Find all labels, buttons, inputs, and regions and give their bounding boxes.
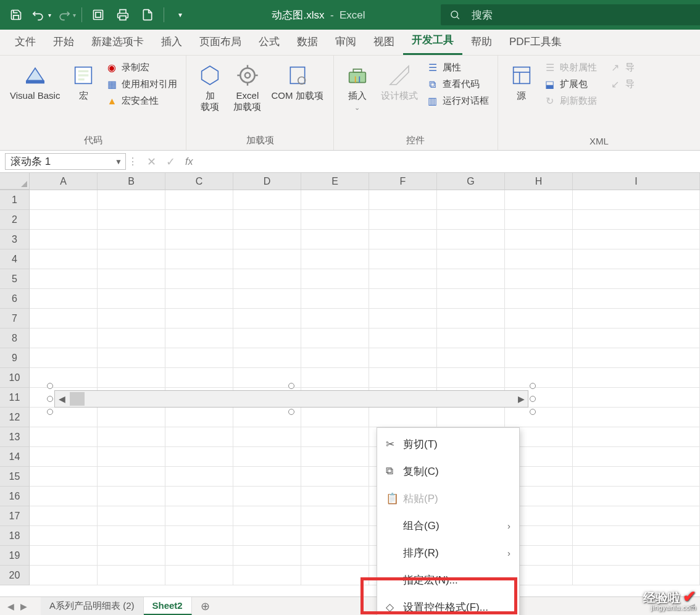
- cell[interactable]: [369, 230, 437, 249]
- tab-developer[interactable]: 开发工具: [403, 27, 462, 55]
- cell[interactable]: [233, 190, 301, 210]
- cell[interactable]: [369, 249, 437, 269]
- cell[interactable]: [165, 546, 233, 566]
- fx-icon[interactable]: fx: [185, 156, 193, 167]
- search-box[interactable]: 搜索: [441, 4, 700, 25]
- cell[interactable]: [301, 190, 369, 210]
- cell[interactable]: [98, 289, 165, 309]
- save-icon[interactable]: [5, 4, 27, 26]
- ctx-assign-macro[interactable]: 指定宏(N)...: [377, 566, 519, 593]
- ctx-copy[interactable]: ⧉复制(C): [377, 458, 519, 485]
- cell[interactable]: [573, 467, 700, 487]
- cell[interactable]: [437, 190, 505, 210]
- cell[interactable]: [505, 309, 573, 328]
- row-header[interactable]: 4: [0, 249, 30, 269]
- insert-control-button[interactable]: 插入⌄: [339, 58, 376, 116]
- cell[interactable]: [369, 210, 437, 230]
- scroll-thumb[interactable]: [70, 392, 85, 406]
- cell[interactable]: [233, 447, 301, 467]
- cell[interactable]: [505, 328, 573, 348]
- row-header[interactable]: 7: [0, 309, 30, 328]
- cell[interactable]: [301, 328, 369, 348]
- cell[interactable]: [369, 269, 437, 289]
- cell[interactable]: [505, 230, 573, 249]
- cell[interactable]: [165, 467, 233, 487]
- cell[interactable]: [30, 309, 98, 328]
- cell[interactable]: [30, 546, 98, 566]
- cell[interactable]: [98, 506, 165, 526]
- row-header[interactable]: 16: [0, 487, 30, 506]
- tab-review[interactable]: 审阅: [327, 28, 365, 55]
- cell[interactable]: [301, 487, 369, 506]
- cell[interactable]: [505, 249, 573, 269]
- cell[interactable]: [30, 190, 98, 210]
- name-box[interactable]: 滚动条 1 ▼: [5, 153, 126, 170]
- run-dialog-button[interactable]: ▥运行对话框: [423, 94, 493, 108]
- cell[interactable]: [301, 546, 369, 566]
- cell[interactable]: [30, 269, 98, 289]
- customize-qat-icon[interactable]: ▾: [169, 4, 191, 26]
- cell[interactable]: [573, 269, 700, 289]
- cell[interactable]: [573, 348, 700, 368]
- cell[interactable]: [369, 328, 437, 348]
- cell[interactable]: [30, 427, 98, 447]
- cell[interactable]: [98, 230, 165, 249]
- row-header[interactable]: 6: [0, 289, 30, 309]
- cell[interactable]: [437, 249, 505, 269]
- cell[interactable]: [98, 427, 165, 447]
- cell[interactable]: [301, 249, 369, 269]
- cell[interactable]: [165, 566, 233, 585]
- cell[interactable]: [301, 566, 369, 585]
- cell[interactable]: [30, 328, 98, 348]
- cell[interactable]: [505, 269, 573, 289]
- cell[interactable]: [573, 210, 700, 230]
- ctx-order[interactable]: 排序(R)›: [377, 539, 519, 566]
- tab-home[interactable]: 开始: [44, 28, 83, 55]
- cell[interactable]: [98, 348, 165, 368]
- cell[interactable]: [437, 230, 505, 249]
- qat-icon-3[interactable]: [136, 4, 159, 26]
- tab-file[interactable]: 文件: [6, 28, 44, 55]
- cell[interactable]: [301, 427, 369, 447]
- cell[interactable]: [165, 328, 233, 348]
- cell[interactable]: [30, 210, 98, 230]
- cell[interactable]: [98, 309, 165, 328]
- cell[interactable]: [165, 487, 233, 506]
- cell[interactable]: [30, 230, 98, 249]
- cell[interactable]: [165, 526, 233, 546]
- import-button[interactable]: ↙导: [606, 77, 638, 91]
- col-header[interactable]: B: [98, 173, 165, 190]
- tab-insert[interactable]: 插入: [152, 28, 191, 55]
- cell[interactable]: [98, 467, 165, 487]
- cell[interactable]: [233, 348, 301, 368]
- col-header[interactable]: H: [505, 173, 573, 190]
- row-header[interactable]: 3: [0, 230, 30, 249]
- cell[interactable]: [573, 566, 700, 585]
- add-sheet-button[interactable]: ⊕: [192, 600, 219, 613]
- tab-formulas[interactable]: 公式: [250, 28, 288, 55]
- ctx-group[interactable]: 组合(G)›: [377, 512, 519, 539]
- cell[interactable]: [301, 289, 369, 309]
- cell[interactable]: [233, 566, 301, 585]
- cell[interactable]: [165, 249, 233, 269]
- cell[interactable]: [573, 526, 700, 546]
- cell[interactable]: [98, 269, 165, 289]
- cell[interactable]: [301, 210, 369, 230]
- cell[interactable]: [301, 230, 369, 249]
- worksheet-grid[interactable]: A B C D E F G H I 1234567891011121314151…: [0, 173, 700, 588]
- sheet-nav[interactable]: ◀▶: [0, 601, 35, 611]
- cell[interactable]: [573, 249, 700, 269]
- cell[interactable]: [573, 388, 700, 408]
- cell[interactable]: [505, 289, 573, 309]
- cell[interactable]: [165, 190, 233, 210]
- sheet-tab-active[interactable]: Sheet2: [144, 597, 192, 615]
- cell[interactable]: [165, 289, 233, 309]
- row-header[interactable]: 13: [0, 427, 30, 447]
- cell[interactable]: [30, 249, 98, 269]
- addins-button[interactable]: 加 载项: [191, 58, 228, 116]
- cell[interactable]: [369, 348, 437, 368]
- cell[interactable]: [369, 190, 437, 210]
- cell[interactable]: [301, 309, 369, 328]
- cell[interactable]: [573, 289, 700, 309]
- row-header[interactable]: 12: [0, 408, 30, 427]
